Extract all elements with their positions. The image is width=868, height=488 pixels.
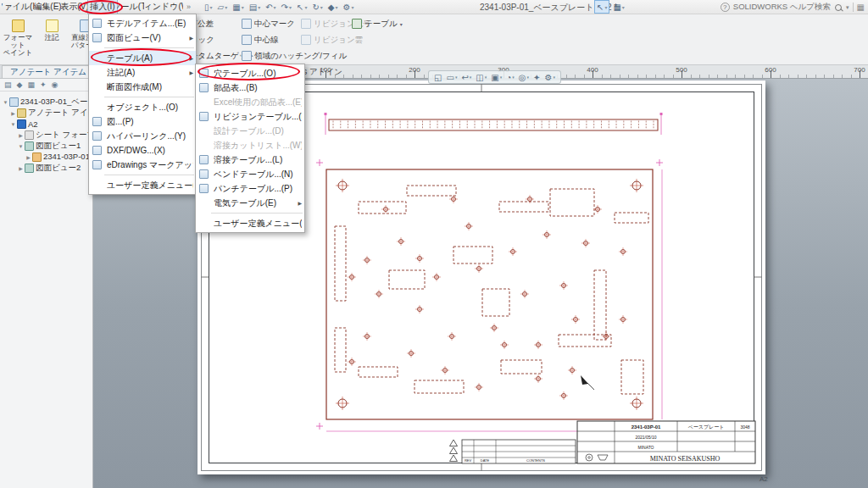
help-icon[interactable]: ? (721, 3, 730, 12)
commandmanager-tab[interactable]: アノテート アイテム (2, 65, 95, 78)
undo-button[interactable]: ↶▾ (264, 1, 277, 14)
table-submenu-item[interactable]: リビジョンテーブル...(R) (196, 109, 304, 124)
tree-item[interactable]: ▼A2 (0, 119, 92, 130)
chevron-down-icon[interactable]: ▾ (846, 4, 849, 11)
tree-expand-icon[interactable]: ▼ (2, 100, 9, 105)
insert-menu-item[interactable]: 図...(P) (89, 114, 196, 129)
format-painter-icon (12, 19, 25, 32)
view-settings-icon[interactable]: ⚙▾ (544, 73, 554, 82)
tree-item[interactable]: ▶2341-03P-01_ベースプレート (0, 152, 92, 163)
insert-menu-item[interactable]: 注記(A)▶ (89, 65, 196, 80)
insert-menu-item[interactable]: ユーザー定義メニュー(M) (89, 178, 196, 192)
tree-item[interactable]: ▶シート フォーマット1 (0, 130, 92, 141)
tree-item[interactable]: ▶図面ビュー2 (0, 163, 92, 174)
dropdown-caret-icon: ▾ (225, 4, 227, 10)
insert-menu-item[interactable]: ハイパーリンク...(Y) (89, 129, 196, 143)
menu-item-label: パンチテーブル...(P) (214, 183, 302, 195)
select-button[interactable]: ↖▾ (295, 1, 309, 14)
print-button[interactable]: ▤▾ (248, 1, 262, 14)
open-document-button[interactable]: ▱▾ (216, 1, 230, 14)
insert-menu-item[interactable]: 断面図作成(M) (89, 80, 196, 94)
tree-expand-icon[interactable]: ▶ (17, 165, 25, 171)
centerline-icon (242, 35, 252, 45)
table-submenu-item[interactable]: 電気テーブル(E)▶ (196, 196, 304, 210)
apps-grid-icon[interactable]: ▦ (857, 3, 865, 12)
table-submenu-item[interactable]: 部品表...(B) (196, 80, 304, 95)
edit-appearance-icon[interactable]: ✦ (533, 73, 540, 82)
menu-icon-gutter (91, 67, 103, 78)
display-manager-tab-icon[interactable]: ◉ (52, 80, 58, 89)
tree-item-label: 2341-03P-01_ベースプレート (43, 152, 92, 163)
submenu-arrow-icon: ▶ (187, 55, 193, 61)
tree-item[interactable]: ▼2341-03P-01_ベースプレート (0, 97, 92, 108)
table-submenu-item[interactable]: 溶接テーブル...(L) (196, 152, 304, 167)
feature-tree: ▼2341-03P-01_ベースプレート▶アノテート アイテム▼A2▶シート フ… (0, 92, 92, 174)
ribbon-note-button[interactable]: 注記 (36, 16, 68, 64)
tree-expand-icon[interactable]: ▶ (17, 132, 25, 138)
ribbon-format-painter-button[interactable]: フォーマット ペイント (2, 16, 34, 64)
insert-menu-item[interactable]: テーブル(A)▶ (89, 51, 196, 65)
insert-menu-item[interactable]: オブジェクト...(O) (89, 100, 196, 114)
selection-filter-button[interactable]: ▦▾ (611, 1, 626, 13)
tree-expand-icon[interactable]: ▶ (9, 110, 17, 116)
ribbon-table-button[interactable]: テーブル▾ (349, 16, 405, 31)
edit-appearance-button[interactable]: ◆▾ (326, 1, 340, 14)
menu-item-icon (199, 184, 209, 193)
new-document-button[interactable]: ▯▾ (203, 1, 214, 14)
svg-text:ベースプレート: ベースプレート (688, 424, 725, 430)
menubar-insert[interactable]: 挿入(I) (88, 0, 117, 14)
insert-menu-item[interactable]: DXF/DWG...(X) (89, 143, 196, 158)
table-submenu-item: 設計テーブル...(D) (196, 124, 304, 138)
tree-expand-icon[interactable]: ▶ (25, 154, 32, 160)
save-button[interactable]: ▦▾ (231, 1, 245, 14)
menubar-edit[interactable]: 編集(E) (34, 0, 61, 14)
table-submenu-item[interactable]: ベンドテーブル...(N) (196, 167, 304, 181)
tree-item[interactable]: ▼図面ビュー1 (0, 141, 92, 152)
view-orientation-icon[interactable]: ▣▾ (491, 73, 502, 82)
table-submenu-item[interactable]: ユーザー定義メニュー(M) (196, 216, 304, 230)
insert-menu-item[interactable]: eDrawings マークアップ ファイル (89, 158, 196, 172)
menu-item-icon (199, 155, 209, 164)
zoom-fit-icon[interactable]: ◱ (434, 73, 442, 82)
ribbon-hatch-button[interactable]: 領域のハッチング/フィル (239, 48, 349, 64)
ribbon-button-label: テーブル (364, 19, 398, 30)
menu-pin-icon[interactable]: » (183, 3, 194, 11)
menubar-window[interactable]: ウィンドウ(W) (144, 0, 183, 14)
tree-item[interactable]: ▶アノテート アイテム (0, 108, 92, 119)
table-submenu-item[interactable]: 穴テーブル...(O) (196, 66, 304, 80)
tree-expand-icon[interactable]: ▼ (9, 122, 17, 127)
insert-menu-item[interactable]: 図面ビュー(V)▶ (89, 30, 196, 45)
ribbon-button-label: 領域のハッチング/フィル (254, 51, 347, 62)
dropdown-caret-icon: ▾ (242, 4, 244, 10)
insert-menu: モデルアイテム...(E)図面ビュー(V)▶テーブル(A)▶注記(A)▶断面図作… (88, 14, 197, 195)
menubar-file[interactable]: ファイル(F) (2, 0, 34, 14)
redo-button[interactable]: ↷▾ (280, 1, 293, 14)
options-button[interactable]: ⚙▾ (342, 1, 356, 14)
zoom-area-icon[interactable]: ▭▾ (446, 73, 457, 82)
table-submenu-item[interactable]: パンチテーブル...(P) (196, 181, 304, 196)
section-view-icon[interactable]: ◫▾ (476, 73, 487, 82)
part-icon (32, 152, 42, 162)
hide-show-items-icon[interactable]: ◎▾ (519, 73, 529, 82)
menu-icon-gutter (91, 130, 103, 141)
menu-item-label: ユーザー定義メニュー(M) (107, 180, 193, 191)
property-manager-tab-icon[interactable]: ◆ (17, 80, 23, 89)
display-style-icon[interactable]: ◔▾ (506, 73, 515, 82)
tree-expand-icon[interactable]: ▼ (17, 144, 25, 149)
previous-view-icon[interactable]: ↩▾ (461, 73, 471, 82)
configuration-manager-tab-icon[interactable]: ▦ (27, 80, 35, 89)
table-icon (352, 19, 362, 29)
dimxpert-manager-tab-icon[interactable]: ✦ (40, 80, 47, 89)
rebuild-button[interactable]: ↻▾ (310, 1, 324, 14)
help-search-input[interactable]: SOLIDWORKS ヘルプ検索 (733, 2, 831, 13)
menubar-tools[interactable]: ツール(T) (117, 0, 144, 14)
svg-text:2341-03P-01: 2341-03P-01 (632, 424, 661, 430)
tree-item-label: 2341-03P-01_ベースプレート (20, 97, 92, 108)
svg-text:DATE: DATE (481, 458, 490, 463)
select-arrow-button[interactable]: ↖▾ (595, 1, 609, 13)
annotations-folder-icon (17, 108, 26, 118)
insert-menu-item[interactable]: モデルアイテム...(E) (89, 16, 196, 30)
menubar-view[interactable]: 表示(V) (61, 0, 88, 14)
feature-manager-tab-icon[interactable]: ▤ (4, 80, 12, 89)
search-icon[interactable] (834, 3, 843, 12)
